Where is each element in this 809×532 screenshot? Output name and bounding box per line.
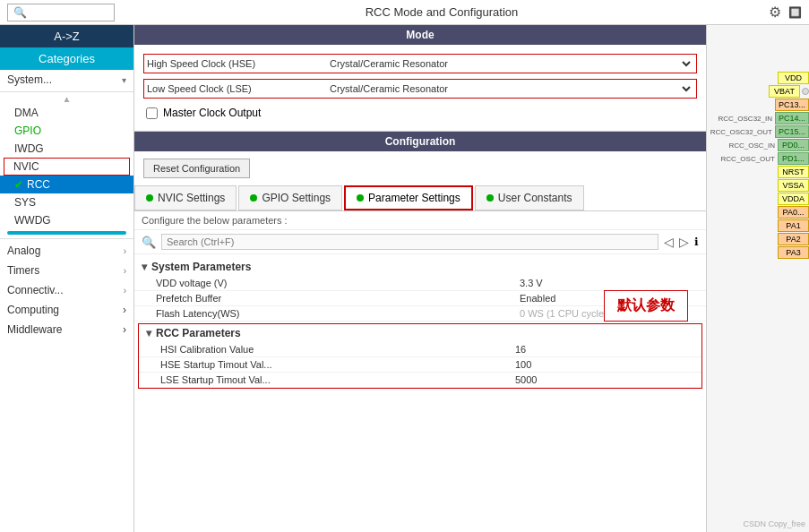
rcc-check-icon: ✔ [14,178,23,191]
gpio-dot-icon [250,194,257,202]
default-params-badge: 默认参数 [604,290,688,322]
master-clock-checkbox[interactable] [146,107,158,119]
sidebar-rcc-label: RCC [27,178,50,191]
chevron-right-icon-computing: › [123,304,126,316]
tab-parameter-settings[interactable]: Parameter Settings [344,185,473,210]
sidebar-nvic-label: NVIC [13,160,39,173]
window-title: RCC Mode and Configuration [115,5,769,19]
sidebar-divider-1 [0,91,133,92]
mode-section: High Speed Clock (HSE) Crystal/Ceramic R… [134,45,706,132]
sidebar-computing-label: Computing [7,304,59,316]
sidebar-item-gpio[interactable]: GPIO [0,122,133,140]
chip-pin-pa2: PA2 [707,233,809,245]
vdd-param-value: 3.3 V [520,278,699,288]
hse-startup-row: HSE Startup Timout Val... 100 [139,357,701,373]
pin-label-rcc-oscout: RCC_OSC_OUT [707,155,778,163]
info-icon: ℹ [694,236,699,248]
chevron-right-icon-timers: › [124,266,126,276]
hse-label: High Speed Clock (HSE) [147,58,326,69]
sidebar-item-sys[interactable]: SYS [0,193,133,211]
tab-parameter-label: Parameter Settings [368,192,460,204]
sidebar-group-middleware[interactable]: Middleware › [0,320,133,339]
sidebar-item-rcc[interactable]: ✔ RCC [0,176,133,193]
pin-box-pd0: PD0... [778,139,809,151]
hse-row: High Speed Clock (HSE) Crystal/Ceramic R… [143,54,697,73]
sidebar-az-button[interactable]: A->Z [0,25,133,47]
sidebar-group-timers[interactable]: Timers › [0,261,133,280]
hse-select[interactable]: Crystal/Ceramic Resonator [326,57,693,70]
lse-select[interactable]: Crystal/Ceramic Resonator [326,82,693,95]
tab-user-constants[interactable]: User Constants [475,185,584,210]
sidebar-categories-button[interactable]: Categories [0,47,133,70]
collapse-arrow-rcc[interactable]: ▾ [146,327,151,339]
chip-pin-pa3: PA3 [707,246,809,259]
sidebar-system-label: System... [7,73,52,86]
hsi-param-value: 16 [515,344,694,355]
params-search-input[interactable] [161,234,658,250]
search-icon: 🔍 [13,6,27,19]
sidebar-scroll-bar [7,231,126,235]
sidebar-item-dma[interactable]: DMA [0,104,133,122]
search-next-icon[interactable]: ▷ [679,235,689,249]
chevron-right-icon-analog: › [124,246,126,256]
sidebar-group-system[interactable]: System... ▾ [0,70,133,90]
pin-box-vdd: VDD [778,72,809,84]
chip-pin-pc14: RCC_OSC32_IN PC14... [707,112,809,124]
sidebar-wwdg-label: WWDG [14,214,51,227]
sidebar-divider-2 [0,238,133,239]
chip-top-space [707,25,809,70]
scroll-up-indicator: ▲ [0,94,133,104]
rcc-params-group: ▾ RCC Parameters [139,324,701,342]
pin-box-pc14: PC14... [775,112,809,124]
system-params-label: System Parameters [151,261,251,273]
tab-gpio-label: GPIO Settings [262,192,331,204]
master-clock-row: Master Clock Output [143,104,697,122]
top-bar: 🔍 RCC Mode and Configuration ⚙ 🔲 [0,0,809,25]
chip-pin-list: VDD VBAT PC13... RCC_OSC32_IN PC14... RC… [707,70,809,262]
sidebar-group-analog[interactable]: Analog › [0,241,133,261]
main-area: A->Z Categories System... ▾ ▲ DMA GPIO I… [0,25,809,532]
search-input[interactable] [27,7,108,18]
pin-label-rcc-osc32in: RCC_OSC32_IN [707,115,775,123]
global-search[interactable]: 🔍 [7,4,115,21]
chip-pin-pd1: RCC_OSC_OUT PD1... [707,152,809,165]
lse-startup-row: LSE Startup Timout Val... 5000 [139,373,701,388]
pin-box-pd1: PD1... [778,152,809,165]
pin-box-pa1: PA1 [778,219,809,232]
sidebar-timers-label: Timers [7,264,39,277]
sidebar-middleware-label: Middleware [7,323,62,336]
sidebar-group-connectivity[interactable]: Connectiv... › [0,280,133,300]
search-prev-icon[interactable]: ◁ [664,235,674,249]
params-hint: Configure the below parameters : [134,211,706,230]
sidebar-item-wwdg[interactable]: WWDG [0,211,133,229]
chevron-right-icon-connectivity: › [124,286,126,296]
sidebar-item-nvic[interactable]: NVIC [4,158,130,176]
pin-box-pa2: PA2 [778,233,809,245]
tab-nvic-settings[interactable]: NVIC Settings [134,185,237,210]
chip-diagram: VDD VBAT PC13... RCC_OSC32_IN PC14... RC… [707,25,809,532]
sidebar-dma-label: DMA [14,107,39,119]
gear-icon[interactable]: ⚙ [769,4,781,21]
chip-pin-nrst: NRST [707,166,809,178]
tab-gpio-settings[interactable]: GPIO Settings [238,185,342,210]
sidebar-item-iwdg[interactable]: IWDG [0,140,133,158]
tab-user-label: User Constants [498,192,572,204]
hsi-row: HSI Calibration Value 16 [139,342,701,357]
chip-pin-pc13: PC13... [707,99,809,111]
system-params-group: ▾ System Parameters [134,258,706,276]
params-search-row: 🔍 ◁ ▷ ℹ [134,230,706,254]
chip-diagram-panel: VDD VBAT PC13... RCC_OSC32_IN PC14... RC… [706,25,809,532]
collapse-arrow-system[interactable]: ▾ [142,261,147,273]
pin-box-pa3: PA3 [778,246,809,259]
chip-pin-pc15: RCC_OSC32_OUT PC15... [707,125,809,138]
watermark: CSDN Copy_free [743,519,805,528]
rcc-params-box: ▾ RCC Parameters HSI Calibration Value 1… [138,323,702,389]
lse-startup-param-value: 5000 [515,374,694,385]
chip-pin-vbat: VBAT [707,85,809,98]
reset-configuration-button[interactable]: Reset Configuration [143,159,250,178]
tab-nvic-label: NVIC Settings [158,192,225,204]
config-tabs-row: NVIC Settings GPIO Settings Parameter Se… [134,185,706,211]
vdd-row: VDD voltage (V) 3.3 V [134,276,706,291]
sidebar-group-computing[interactable]: Computing › [0,300,133,320]
sidebar-connectivity-label: Connectiv... [7,284,63,296]
